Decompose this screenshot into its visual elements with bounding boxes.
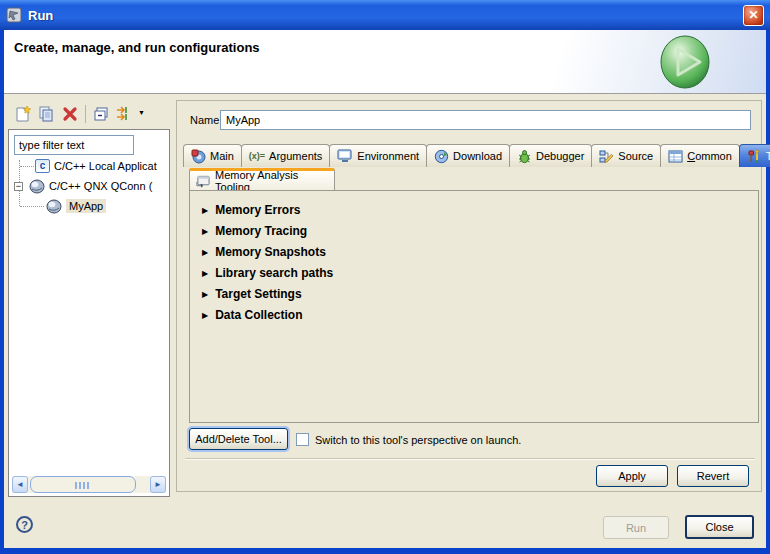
dialog-body: Create, manage, and run configurations [4, 30, 766, 548]
tree-connector [20, 166, 34, 167]
download-tab-icon [434, 149, 449, 164]
arguments-tab-icon: (x)= [249, 151, 265, 161]
scrollbar-thumb[interactable] [30, 476, 136, 493]
filter-configurations-button[interactable] [114, 103, 136, 125]
delete-configuration-button[interactable] [59, 103, 81, 125]
duplicate-configuration-button[interactable] [35, 103, 57, 125]
expand-arrow-icon: ▶ [202, 290, 208, 299]
add-delete-tool-button[interactable]: Add/Delete Tool... [189, 428, 288, 450]
tab-debugger[interactable]: Debugger [509, 144, 592, 167]
config-tab-bar: Main (x)= Arguments Environment [183, 143, 759, 167]
banner: Create, manage, and run configurations [4, 30, 766, 94]
tree-item-cpp-local-application[interactable]: c C/C++ Local Applicat [35, 158, 157, 174]
name-label: Name: [190, 114, 222, 126]
scroll-left-icon: ◄ [16, 480, 24, 489]
filter-icon [115, 105, 135, 123]
qnx-target-icon [29, 179, 45, 194]
environment-tab-icon [337, 149, 353, 163]
section-library-search-paths[interactable]: ▶ Library search paths [202, 265, 333, 281]
help-icon: ? [21, 519, 28, 531]
memory-analysis-icon [196, 175, 210, 188]
new-configuration-button[interactable] [12, 103, 34, 125]
close-window-button[interactable]: ✕ [743, 5, 764, 26]
source-tab-icon [599, 149, 614, 164]
help-button[interactable]: ? [16, 516, 33, 533]
memory-analysis-content: ▶ Memory Errors ▶ Memory Tracing ▶ Memor… [189, 190, 759, 423]
perspective-checkbox-label: Switch to this tool's perspective on lau… [315, 434, 521, 446]
filter-input[interactable] [14, 135, 134, 155]
close-button[interactable]: Close [685, 515, 754, 539]
scroll-right-button[interactable]: ► [150, 476, 166, 493]
apply-button[interactable]: Apply [596, 465, 668, 487]
separator [185, 458, 755, 460]
run-dialog-window: Run ✕ Create, manage, and run configurat… [0, 0, 770, 554]
run-button[interactable]: Run [603, 516, 669, 539]
window-title: Run [28, 8, 53, 23]
tab-tools[interactable]: Tools [739, 144, 770, 167]
collapse-all-button[interactable] [90, 103, 112, 125]
tab-memory-analysis-tooling[interactable]: Memory Analysis Tooling [189, 168, 335, 191]
tree-item-label: C/C++ Local Applicat [54, 160, 157, 172]
section-memory-tracing[interactable]: ▶ Memory Tracing [202, 223, 307, 239]
toolbar-separator [85, 105, 86, 123]
expand-arrow-icon: ▶ [202, 206, 208, 215]
tab-common[interactable]: Common [660, 144, 740, 167]
tree-item-cpp-qnx-qconn[interactable]: − C/C++ QNX QConn ( [14, 178, 152, 194]
title-bar[interactable]: Run ✕ [0, 0, 770, 30]
scroll-left-button[interactable]: ◄ [12, 476, 28, 493]
banner-message: Create, manage, and run configurations [14, 40, 260, 55]
section-target-settings[interactable]: ▶ Target Settings [202, 286, 302, 302]
delete-configuration-icon [62, 106, 78, 122]
close-icon: ✕ [748, 8, 758, 22]
expand-arrow-icon: ▶ [202, 227, 208, 236]
name-input[interactable] [220, 110, 751, 130]
perspective-checkbox[interactable] [296, 433, 309, 446]
new-configuration-icon [14, 105, 32, 123]
section-memory-snapshots[interactable]: ▶ Memory Snapshots [202, 244, 326, 260]
tab-download[interactable]: Download [426, 144, 510, 167]
qnx-target-icon [46, 199, 62, 214]
tree-item-label-selected: MyApp [66, 199, 106, 213]
tab-main[interactable]: Main [183, 144, 242, 167]
tab-source[interactable]: Source [591, 144, 661, 167]
revert-button[interactable]: Revert [677, 465, 749, 487]
collapse-all-icon [92, 105, 110, 123]
configurations-tree-panel: c C/C++ Local Applicat − [8, 129, 170, 497]
run-play-icon [660, 34, 712, 90]
expand-arrow-icon: ▶ [202, 269, 208, 278]
filter-menu-caret-icon[interactable]: ▼ [138, 109, 145, 116]
section-data-collection[interactable]: ▶ Data Collection [202, 307, 303, 323]
horizontal-scrollbar[interactable]: ◄ ► [12, 476, 166, 493]
c-application-icon: c [35, 159, 50, 173]
tree-connector [19, 190, 20, 206]
debugger-tab-icon [517, 149, 532, 164]
tree-item-label: C/C++ QNX QConn ( [49, 180, 152, 192]
configuration-panel: Name: Main (x)= Arguments [176, 100, 762, 492]
tree-item-myapp[interactable]: MyApp [46, 198, 106, 214]
common-tab-icon [668, 150, 683, 163]
expand-arrow-icon: ▶ [202, 248, 208, 257]
main-area: ▼ c C/C++ Local Applicat − [4, 95, 766, 548]
run-dialog-icon [6, 7, 22, 23]
duplicate-configuration-icon [37, 105, 55, 123]
main-tab-icon [191, 149, 206, 164]
scrollbar-grip [75, 482, 89, 489]
tab-environment[interactable]: Environment [329, 144, 427, 167]
tree-connector [20, 206, 44, 207]
expand-arrow-icon: ▶ [202, 311, 208, 320]
scroll-right-icon: ► [154, 480, 162, 489]
section-memory-errors[interactable]: ▶ Memory Errors [202, 202, 301, 218]
tab-arguments[interactable]: (x)= Arguments [241, 144, 330, 167]
tools-tab-icon [747, 149, 762, 164]
